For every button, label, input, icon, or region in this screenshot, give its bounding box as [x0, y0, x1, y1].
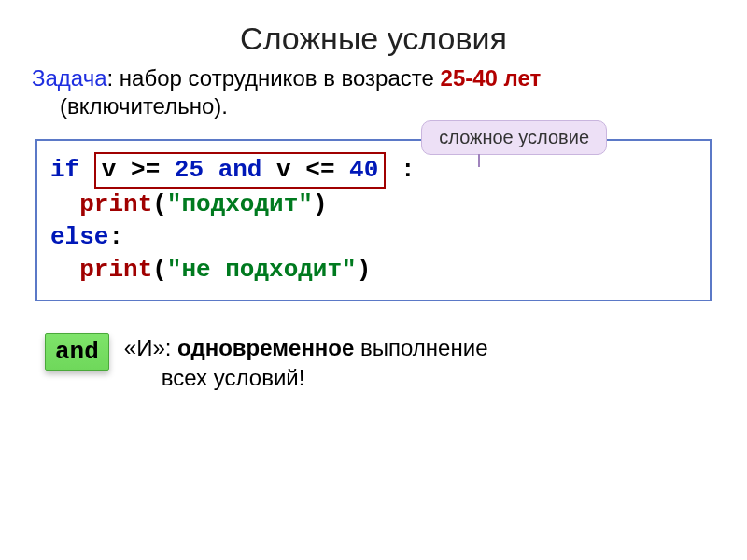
task-suffix: (включительно). — [32, 93, 228, 119]
condition-box: v >= 25 and v <= 40 — [94, 152, 386, 189]
task-prefix: : набор сотрудников в возрасте — [107, 65, 441, 91]
and-desc-rest2: всех условий! — [124, 365, 305, 390]
callout-label: сложное условие — [421, 120, 607, 155]
and-desc-prefix: «И»: — [124, 335, 177, 360]
task-line: Задача: набор сотрудников в возрасте 25-… — [32, 64, 715, 120]
cond-num1: 25 — [175, 156, 204, 184]
slide-title: Сложные условия — [32, 21, 715, 57]
else-kw: else — [50, 223, 108, 251]
lparen1: ( — [152, 190, 167, 218]
print-kw1: print — [79, 190, 152, 218]
task-age: 25-40 лет — [441, 65, 542, 91]
if-keyword: if — [50, 156, 79, 184]
code-block: if v >= 25 and v <= 40 : print("подходит… — [50, 152, 697, 287]
code-box: сложное условие if v >= 25 and v <= 40 :… — [35, 139, 712, 301]
and-desc: «И»: одновременное выполнение всех услов… — [124, 333, 715, 391]
lparen2: ( — [152, 256, 167, 284]
cond-num2: 40 — [349, 156, 378, 184]
and-badge: and — [45, 333, 109, 371]
str-no: "не подходит" — [167, 256, 357, 284]
colon2: : — [108, 223, 123, 251]
and-row: and «И»: одновременное выполнение всех у… — [32, 333, 715, 391]
slide: Сложные условия Задача: набор сотруднико… — [0, 0, 747, 560]
print-kw2: print — [79, 256, 152, 284]
cond-and: and — [204, 156, 276, 184]
cond-var2: v <= — [276, 156, 349, 184]
cond-var1: v >= — [102, 156, 175, 184]
colon1: : — [401, 156, 416, 184]
and-desc-bold: одновременное — [177, 335, 354, 360]
rparen1: ) — [313, 190, 328, 218]
task-label: Задача — [32, 65, 107, 91]
rparen2: ) — [357, 256, 372, 284]
and-desc-rest1: выполнение — [354, 335, 487, 360]
str-ok: "подходит" — [167, 190, 313, 218]
